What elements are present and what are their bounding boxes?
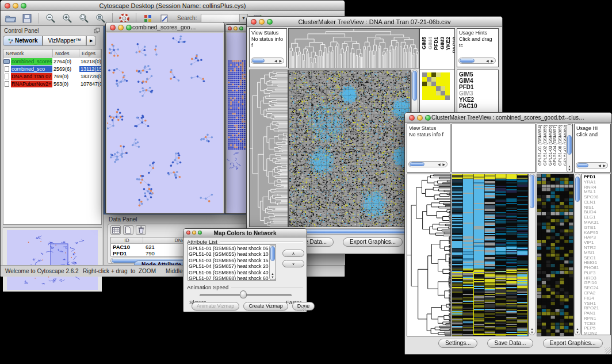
- zoom-fit-button[interactable]: [94, 13, 107, 24]
- float-panel-icon[interactable]: [94, 28, 100, 33]
- matrix-cell[interactable]: [422, 77, 427, 82]
- matrix-cell[interactable]: [445, 77, 450, 82]
- close-icon[interactable]: [228, 26, 232, 30]
- matrix-cell[interactable]: [422, 72, 427, 77]
- attribute-list-item[interactable]: GPL51-07 (GSM868) heat shock 60 min: [189, 275, 268, 281]
- attribute-list-item[interactable]: GPL51-04 (GSM857) heat shock 20 min: [189, 263, 268, 269]
- zoom-selected-button[interactable]: [78, 13, 90, 24]
- row-label[interactable]: PAC10: [459, 103, 496, 109]
- matrix-cell[interactable]: [427, 72, 431, 77]
- matrix-cell[interactable]: [431, 72, 436, 77]
- treeview1-titlebar[interactable]: ClusterMaker TreeView : DNA and Tran 07-…: [247, 17, 502, 27]
- matrix-cell[interactable]: [431, 95, 436, 100]
- zoom-icon[interactable]: [425, 115, 431, 121]
- network-table-row[interactable]: combined_sco2569(6)13112(15): [3, 65, 101, 72]
- scrollbar-arrows[interactable]: ◀ ▶: [274, 59, 282, 63]
- matrix-cell[interactable]: [436, 86, 441, 91]
- row-dendrogram-canvas[interactable]: [407, 174, 451, 336]
- network-table-header[interactable]: Network Nodes Edges: [3, 49, 101, 58]
- matrix-cell[interactable]: [436, 95, 441, 100]
- network-table-row[interactable]: RNAPuberNov2+!563(0)107847(0): [3, 80, 101, 87]
- matrix-cell[interactable]: [422, 95, 427, 100]
- row-label[interactable]: YKE2: [459, 97, 496, 103]
- tab-overflow-arrow[interactable]: ▶: [86, 36, 96, 46]
- save-session-button[interactable]: [21, 13, 33, 24]
- delete-attribute-button[interactable]: [136, 225, 146, 235]
- column-label[interactable]: GIM3: [439, 37, 446, 49]
- matrix-cell[interactable]: [441, 77, 445, 82]
- zoom-icon[interactable]: [126, 25, 132, 30]
- close-icon[interactable]: [186, 231, 190, 235]
- matrix-cell[interactable]: [441, 86, 445, 91]
- zoom-icon[interactable]: [21, 3, 26, 9]
- export-graphics-button[interactable]: Export Graphics...: [343, 237, 403, 247]
- scrollbar-thumb[interactable]: [567, 135, 572, 155]
- matrix-cell[interactable]: [427, 77, 431, 82]
- minimize-icon[interactable]: [259, 19, 265, 25]
- close-icon[interactable]: [409, 115, 415, 121]
- matrix-cell[interactable]: [445, 82, 450, 86]
- column-header-network[interactable]: Network: [3, 49, 53, 57]
- attribute-list-item[interactable]: GPL51-01 (GSM854) heat shock 05 min: [189, 246, 268, 251]
- heatmap-canvas[interactable]: [452, 174, 529, 336]
- search-input[interactable]: ▼: [201, 14, 248, 22]
- zoom-icon[interactable]: [267, 19, 273, 25]
- close-icon[interactable]: [5, 3, 10, 9]
- network-overview-canvas[interactable]: [7, 230, 98, 290]
- network-table-row[interactable]: combined_scores2764(0)16218(0): [3, 58, 101, 65]
- matrix-cell[interactable]: [436, 91, 441, 95]
- minimize-icon[interactable]: [234, 26, 238, 30]
- close-icon[interactable]: [110, 25, 116, 30]
- open-session-button[interactable]: [4, 13, 17, 24]
- settings-button[interactable]: Settings...: [438, 339, 477, 348]
- column-label[interactable]: YKE2: [445, 37, 452, 51]
- scrollbar-arrows[interactable]: ◀ ▶: [598, 163, 606, 168]
- column-dendrogram-canvas[interactable]: [288, 28, 419, 68]
- matrix-cell[interactable]: [431, 77, 436, 82]
- scrollbar-arrows[interactable]: ▲ ▼: [529, 327, 535, 334]
- matrix-cell[interactable]: [427, 95, 431, 100]
- matrix-cell[interactable]: [441, 72, 445, 77]
- column-header-nodes[interactable]: Nodes: [53, 49, 79, 57]
- scrollbar-arrows[interactable]: ▲ ▼: [575, 327, 580, 334]
- attribute-list-vscrollbar[interactable]: ▲ ▼: [269, 245, 276, 280]
- matrix-cell[interactable]: [445, 95, 450, 100]
- matrix-cell[interactable]: [436, 77, 441, 82]
- tab-vizmapper[interactable]: VizMapper™: [43, 36, 86, 46]
- scrollbar-arrows[interactable]: ◀ ▶: [486, 59, 494, 63]
- create-vizmap-button[interactable]: Create Vizmap: [243, 302, 288, 311]
- network-view-titlebar[interactable]: combined_scores_good.txt--cluste...: [106, 22, 224, 32]
- dialog-titlebar[interactable]: Map Colors to Network: [183, 229, 307, 237]
- matrix-cell[interactable]: [422, 86, 427, 91]
- row-label[interactable]: GIM4: [459, 78, 496, 84]
- tab-network[interactable]: Network: [3, 36, 43, 46]
- export-graphics-button[interactable]: Export Graphics...: [543, 339, 603, 348]
- row-label[interactable]: GIM5: [459, 71, 496, 78]
- column-dendrogram-panel[interactable]: [452, 124, 536, 173]
- row-dendrogram-canvas[interactable]: [249, 70, 288, 227]
- matrix-cell[interactable]: [431, 91, 436, 95]
- attribute-list-item[interactable]: GPL51-03 (GSM856) heat shock 15 min: [189, 258, 268, 263]
- view-status-scrollbar[interactable]: ◀ ▶: [251, 58, 284, 64]
- save-data-button[interactable]: Save Data...: [487, 339, 533, 348]
- column-label[interactable]: GIM5: [421, 37, 427, 49]
- matrix-cell[interactable]: [445, 91, 450, 95]
- move-up-button[interactable]: ∧: [282, 250, 304, 257]
- matrix-cell[interactable]: [445, 72, 450, 77]
- select-attributes-button[interactable]: [110, 225, 121, 235]
- matrix-cell[interactable]: [431, 82, 436, 86]
- close-icon[interactable]: [251, 19, 257, 25]
- row-label[interactable]: PFD1: [459, 84, 496, 90]
- scrollbar-thumb[interactable]: [410, 162, 424, 166]
- similarity-matrix[interactable]: [422, 72, 450, 100]
- matrix-cell[interactable]: [427, 82, 431, 86]
- resize-grip-icon[interactable]: [605, 347, 611, 354]
- matrix-cell[interactable]: [441, 95, 445, 100]
- attribute-list-item[interactable]: GPL51-02 (GSM855) heat shock 10 min: [189, 251, 268, 257]
- attribute-list-item[interactable]: GPL51-06 (GSM865) heat shock 40 min: [189, 270, 268, 275]
- attribute-listbox[interactable]: GPL51-01 (GSM854) heat shock 05 minGPL51…: [188, 244, 276, 281]
- resize-grip-icon[interactable]: [300, 305, 306, 311]
- gene-label[interactable]: MON2: [584, 331, 610, 335]
- zoom-icon[interactable]: [198, 231, 202, 235]
- scrollbar-thumb[interactable]: [577, 163, 588, 167]
